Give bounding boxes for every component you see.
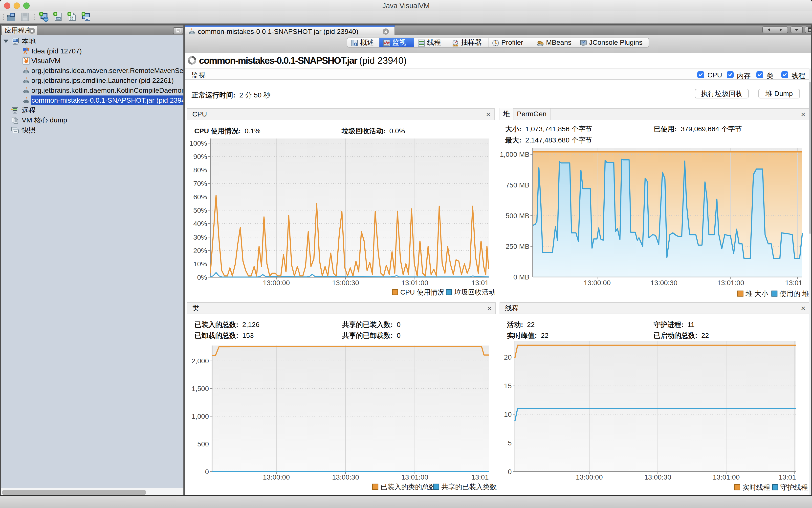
svg-text:01: 01 — [70, 18, 73, 20]
svg-text:i: i — [355, 43, 356, 46]
svg-text:JMX: JMX — [56, 17, 60, 20]
svg-text:B: B — [26, 48, 28, 52]
